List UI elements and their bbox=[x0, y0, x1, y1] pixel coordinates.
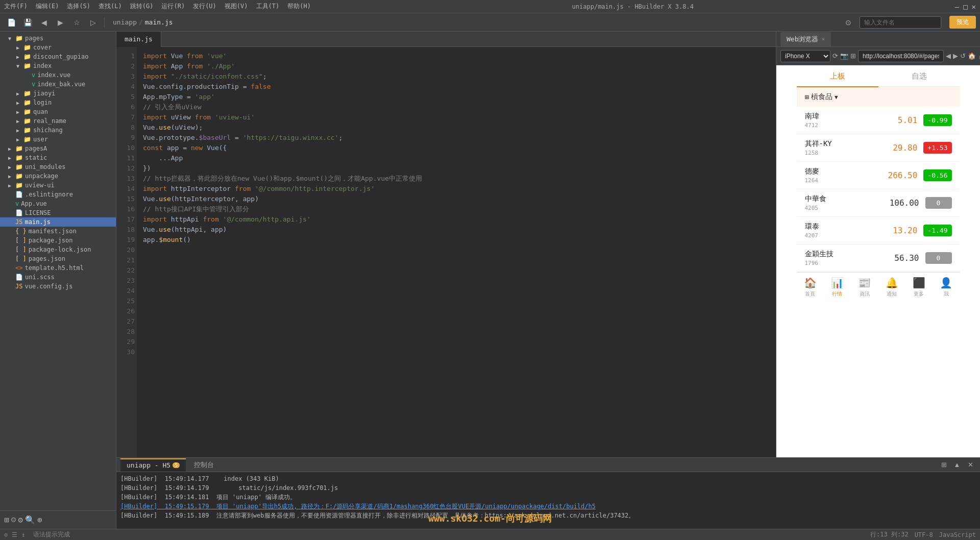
tree-item-pagesA[interactable]: ▶ 📁 pagesA bbox=[0, 144, 116, 153]
tree-item-package-json[interactable]: [ ] package.json bbox=[0, 236, 116, 245]
status-lang: JavaScript bbox=[939, 531, 976, 538]
tree-item-static[interactable]: ▶ 📁 static bbox=[0, 153, 116, 162]
app-nav-news[interactable]: 📰 資訊 bbox=[851, 273, 878, 301]
menu-file[interactable]: 文件(F) bbox=[4, 2, 28, 11]
file-search-input[interactable] bbox=[860, 16, 941, 29]
tree-item-jiaoyi[interactable]: ▶ 📁 jiaoyi bbox=[0, 89, 116, 98]
tree-item-index-vue[interactable]: v index.vue bbox=[0, 70, 116, 80]
app-nav-notify[interactable]: 🔔 通知 bbox=[878, 273, 905, 301]
browser-lock-icon[interactable]: 🔒 bbox=[978, 50, 980, 62]
url-bar[interactable] bbox=[858, 50, 944, 62]
menu-view[interactable]: 视图(V) bbox=[225, 2, 248, 11]
stock-row-5[interactable]: 金穎生技 1796 56.30 0 bbox=[797, 244, 960, 272]
toolbar-save[interactable]: 💾 bbox=[20, 16, 35, 29]
tree-item-app-vue[interactable]: v App.vue bbox=[0, 199, 116, 208]
browser-refresh-icon[interactable]: ↺ bbox=[960, 50, 966, 62]
app-nav-home[interactable]: 🏠 首頁 bbox=[797, 273, 824, 301]
tree-item-main-js[interactable]: JS main.js bbox=[0, 217, 116, 227]
browser-resize-icon[interactable]: ⊞ bbox=[850, 50, 856, 62]
stock-row-1[interactable]: 其祥-KY 1258 29.80 +1.53 bbox=[797, 134, 960, 162]
toolbar-run[interactable]: ▷ bbox=[86, 16, 100, 29]
console-line-1: [HBuilder] 15:49:14.179 static/js/index.… bbox=[120, 483, 976, 493]
stock-row-2[interactable]: 德麥 1264 266.50 -0.56 bbox=[797, 162, 960, 189]
device-selector[interactable]: iPhone XiPhone 6/7/8iPad bbox=[780, 50, 830, 62]
tree-item-unpackage[interactable]: ▶ 📁 unpackage bbox=[0, 171, 116, 181]
tree-item-license[interactable]: 📄 LICENSE bbox=[0, 208, 116, 217]
tree-item-uview-ui[interactable]: ▶ 📁 uview-ui bbox=[0, 181, 116, 190]
stock-row-0[interactable]: 南瑋 4712 5.01 -0.99 bbox=[797, 107, 960, 134]
console-line-0: [HBuilder] 15:49:14.177 index (343 KiB) bbox=[120, 474, 976, 483]
toolbar-back[interactable]: ◀ bbox=[37, 16, 51, 29]
console-close-button[interactable]: ✕ bbox=[965, 459, 976, 471]
editor-content[interactable]: 12345 678910 1112131415 1617181920 21222… bbox=[116, 47, 776, 457]
breadcrumb-project[interactable]: uniapp bbox=[113, 18, 137, 26]
console-expand-button[interactable]: ⊞ bbox=[938, 459, 949, 471]
tree-item-discount-gupiao[interactable]: ▶ 📁 discount_gupiao bbox=[0, 52, 116, 61]
toolbar-filter[interactable]: ⊙ bbox=[841, 16, 855, 29]
tree-item-pages[interactable]: ▼ 📁 pages bbox=[0, 34, 116, 43]
code-content[interactable]: import Vue from 'vue' import App from '.… bbox=[137, 47, 776, 457]
tree-item-vue-config-js[interactable]: JS vue.config.js bbox=[0, 282, 116, 291]
browser-forward-icon[interactable]: ▶ bbox=[953, 50, 958, 62]
app-tab-shangban[interactable]: 上板 bbox=[797, 65, 878, 87]
console-tab-uniapp[interactable]: uniapp - H5 5 bbox=[120, 458, 186, 472]
tree-item-manifest-json[interactable]: { } manifest.json bbox=[0, 227, 116, 236]
breadcrumb-file[interactable]: main.js bbox=[145, 18, 173, 26]
tree-item-user[interactable]: ▶ 📁 user bbox=[0, 135, 116, 144]
sidebar: ▼ 📁 pages ▶ 📁 cover ▶ 📁 discount_gupiao … bbox=[0, 32, 116, 529]
stock-row-3[interactable]: 中華食 4205 106.00 0 bbox=[797, 189, 960, 217]
console-line-3[interactable]: [HBuilder] 15:49:15.179 项目 'uniapp'导出h5成… bbox=[120, 502, 976, 511]
tree-item-quan[interactable]: ▶ 📁 quan bbox=[0, 107, 116, 116]
tree-item-eslintignore[interactable]: 📄 .eslintignore bbox=[0, 190, 116, 199]
console-line-2: [HBuilder] 15:49:14.181 项目 'uniapp' 编译成功… bbox=[120, 493, 976, 502]
app-nav-more[interactable]: ⬛ 更多 bbox=[905, 273, 933, 301]
menu-run[interactable]: 运行(R) bbox=[161, 2, 185, 11]
menu-help[interactable]: 帮助(H) bbox=[287, 2, 311, 11]
toolbar: 📄 💾 ◀ ▶ ☆ ▷ uniapp / main.js ⊙ 预览 bbox=[0, 13, 980, 32]
menu-select[interactable]: 选择(S) bbox=[67, 2, 90, 11]
console-up-button[interactable]: ▲ bbox=[951, 459, 963, 471]
tree-item-shichang[interactable]: ▶ 📁 shichang bbox=[0, 126, 116, 135]
app-nav-market[interactable]: 📊 行情 bbox=[824, 273, 851, 301]
bell-icon: 🔔 bbox=[886, 277, 898, 289]
app-tab-zixuan[interactable]: 自选 bbox=[878, 65, 960, 86]
stock-price-1: 29.80 bbox=[887, 143, 917, 153]
tree-item-real-name[interactable]: ▶ 📁 real_name bbox=[0, 116, 116, 126]
tree-item-pages-json[interactable]: [ ] pages.json bbox=[0, 254, 116, 263]
stock-row-4[interactable]: 環泰 4207 13.20 -1.49 bbox=[797, 217, 960, 244]
tree-item-package-lock-json[interactable]: [ ] package-lock.json bbox=[0, 245, 116, 254]
line-numbers: 12345 678910 1112131415 1617181920 21222… bbox=[116, 47, 137, 457]
toolbar-star[interactable]: ☆ bbox=[69, 16, 84, 29]
menu-tools[interactable]: 工具(T) bbox=[256, 2, 280, 11]
stock-change-0: -0.99 bbox=[923, 114, 951, 126]
menu-find[interactable]: 查找(L) bbox=[99, 2, 122, 11]
home-icon: 🏠 bbox=[804, 277, 817, 289]
console-tab-control[interactable]: 控制台 bbox=[188, 458, 220, 472]
tree-item-index[interactable]: ▼ 📁 index bbox=[0, 61, 116, 70]
toolbar-new[interactable]: 📄 bbox=[4, 16, 18, 29]
browser-tab[interactable]: Web浏览器 ✕ bbox=[780, 32, 831, 46]
browser-home-icon[interactable]: 🏠 bbox=[968, 50, 976, 62]
editor-tab-main-js[interactable]: main.js bbox=[116, 32, 161, 47]
tree-item-uni-scss[interactable]: 📄 uni.scss bbox=[0, 273, 116, 282]
tree-item-template-html[interactable]: <> template.h5.html bbox=[0, 263, 116, 273]
tree-item-uni-modules[interactable]: ▶ 📁 uni_modules bbox=[0, 162, 116, 171]
browser-back-icon[interactable]: ◀ bbox=[946, 50, 951, 62]
app-nav-profile[interactable]: 👤 我 bbox=[933, 273, 960, 301]
menu-publish[interactable]: 发行(U) bbox=[193, 2, 216, 11]
browser-tab-close-icon[interactable]: ✕ bbox=[821, 36, 825, 42]
toolbar-forward[interactable]: ▶ bbox=[53, 16, 67, 29]
market-filter[interactable]: ⊞ 槓食品 ▼ bbox=[797, 87, 960, 107]
browser-rotate-icon[interactable]: ⟳ bbox=[832, 50, 838, 62]
tree-item-cover[interactable]: ▶ 📁 cover bbox=[0, 43, 116, 52]
tree-item-index-bak-vue[interactable]: v index_bak.vue bbox=[0, 80, 116, 89]
window-maximize[interactable]: □ bbox=[963, 3, 967, 11]
tree-item-login[interactable]: ▶ 📁 login bbox=[0, 98, 116, 107]
menu-edit[interactable]: 编辑(E) bbox=[36, 2, 59, 11]
browser-screenshot-icon[interactable]: 📷 bbox=[840, 50, 848, 62]
menu-goto[interactable]: 跳转(G) bbox=[130, 2, 154, 11]
preview-button[interactable]: 预览 bbox=[949, 16, 976, 29]
window-close[interactable]: ✕ bbox=[972, 3, 976, 11]
window-minimize[interactable]: — bbox=[955, 3, 959, 11]
market-filter-icon: ⊞ bbox=[805, 93, 809, 101]
